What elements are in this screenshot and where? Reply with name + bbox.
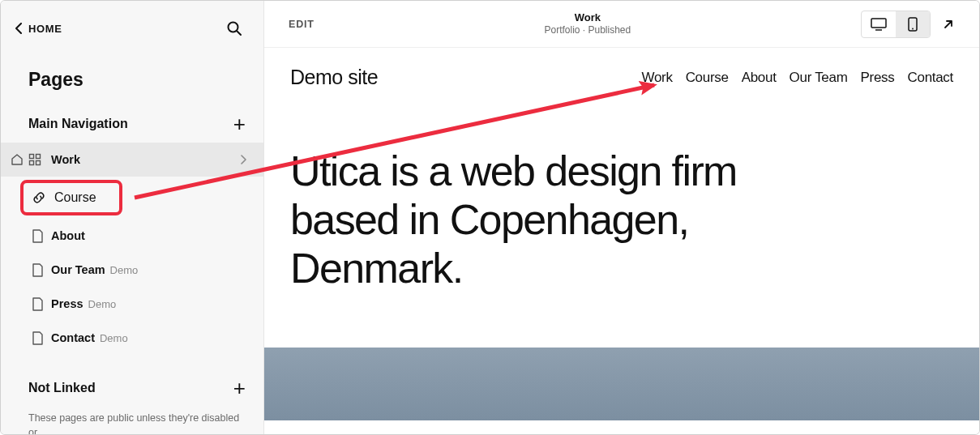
hero-text: Utica is a web design firm based in Cope… — [264, 89, 848, 292]
nav-item-label: Press — [51, 297, 83, 310]
nav-item-label: Contact — [51, 331, 95, 344]
edit-button[interactable]: EDIT — [289, 19, 315, 30]
svg-rect-6 — [871, 19, 886, 28]
page-title: Work — [544, 11, 631, 24]
chevron-left-icon — [15, 23, 24, 34]
svg-rect-4 — [30, 161, 34, 165]
grid-icon — [28, 153, 41, 166]
nav-item-about[interactable]: About — [1, 219, 263, 253]
nav-item-label: Our Team — [51, 263, 105, 276]
home-button[interactable]: HOME — [15, 23, 62, 35]
page-subtitle: Portfolio · Published — [544, 24, 631, 36]
home-icon — [11, 153, 24, 166]
nav-item-label: About — [51, 229, 85, 242]
svg-line-1 — [237, 31, 241, 35]
section-main-navigation: Main Navigation + — [1, 110, 263, 143]
site-preview: Demo site Work Course About Our Team Pre… — [264, 48, 979, 434]
site-nav-course[interactable]: Course — [686, 70, 729, 86]
site-nav-press[interactable]: Press — [861, 70, 895, 86]
site-nav-our-team[interactable]: Our Team — [790, 70, 848, 86]
search-button[interactable] — [223, 17, 246, 40]
chevron-right-icon — [241, 155, 247, 164]
add-page-button[interactable]: + — [233, 113, 246, 134]
mobile-view-button[interactable] — [896, 11, 930, 37]
add-not-linked-button[interactable]: + — [233, 377, 246, 399]
device-toggle — [861, 11, 931, 38]
site-nav-about[interactable]: About — [742, 70, 777, 86]
search-icon — [226, 20, 242, 36]
main-area: EDIT Work Portfolio · Published — [264, 1, 979, 434]
svg-rect-2 — [30, 155, 34, 159]
not-linked-description: These pages are public unless they're di… — [1, 407, 263, 435]
nav-item-label: Course — [54, 190, 96, 205]
mobile-icon — [908, 17, 918, 32]
svg-rect-5 — [36, 161, 41, 165]
not-linked-label: Not Linked — [28, 381, 96, 395]
nav-item-press[interactable]: Press Demo — [1, 287, 263, 321]
section-not-linked: Not Linked + — [1, 355, 263, 407]
nav-item-work[interactable]: Work — [1, 143, 263, 177]
demo-badge: Demo — [110, 264, 139, 276]
site-title[interactable]: Demo site — [290, 66, 378, 89]
home-label: HOME — [28, 23, 62, 35]
page-icon — [32, 229, 44, 243]
expand-button[interactable] — [942, 18, 955, 31]
page-icon — [32, 331, 44, 345]
main-nav-label: Main Navigation — [28, 117, 128, 131]
page-icon — [32, 263, 44, 277]
link-icon — [32, 190, 46, 205]
nav-item-contact[interactable]: Contact Demo — [1, 321, 263, 355]
demo-badge: Demo — [100, 332, 128, 344]
topbar: EDIT Work Portfolio · Published — [264, 1, 979, 48]
nav-item-our-team[interactable]: Our Team Demo — [1, 253, 263, 287]
site-nav: Work Course About Our Team Press Contact — [641, 70, 953, 86]
pages-title: Pages — [1, 46, 263, 110]
demo-badge: Demo — [88, 298, 117, 310]
site-nav-contact[interactable]: Contact — [908, 70, 954, 86]
desktop-view-button[interactable] — [862, 11, 896, 37]
site-nav-work[interactable]: Work — [641, 70, 672, 86]
sidebar: HOME Pages Main Navigation + Work — [1, 1, 264, 434]
hero-image-band — [264, 348, 979, 420]
nav-item-label: Work — [51, 153, 80, 166]
nav-item-course[interactable]: Course — [20, 180, 122, 215]
expand-icon — [942, 18, 955, 31]
page-icon — [32, 297, 44, 311]
nav-list: Work Course About — [1, 143, 263, 355]
svg-point-9 — [912, 28, 914, 29]
desktop-icon — [871, 18, 887, 31]
svg-rect-3 — [36, 155, 41, 159]
